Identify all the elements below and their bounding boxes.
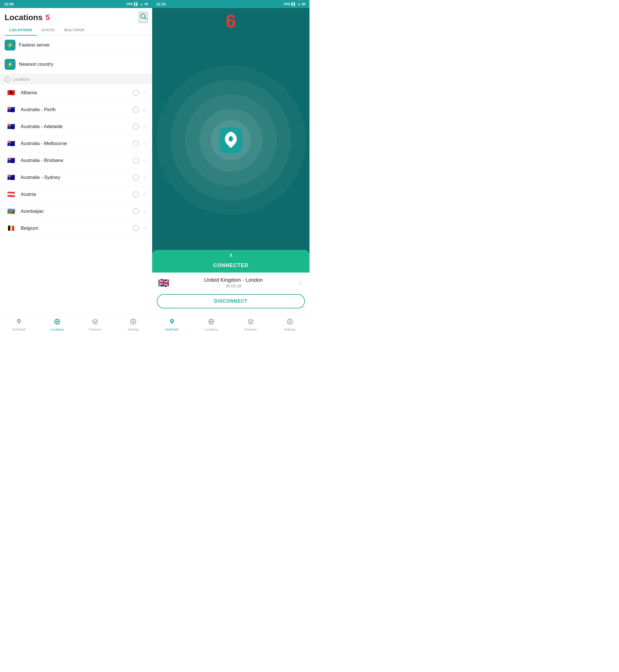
location-name: Austria xyxy=(21,192,129,197)
fastest-label: Fastest server xyxy=(19,42,50,48)
status-icons-right: VPN ▌▌ ▲ 80 xyxy=(284,2,305,6)
signal-icon-left: ▌▌ xyxy=(134,2,139,6)
flag-au-brisbane: 🇦🇺 xyxy=(5,156,17,165)
nav-label-surfshark-right: Surfshark xyxy=(165,328,179,331)
nav-label-settings-left: Settings xyxy=(128,328,139,331)
favorite-btn[interactable]: ☆ xyxy=(142,106,148,113)
locations-nav-icon-right xyxy=(208,319,214,327)
list-item[interactable]: 🇦🇺 Australia - Sydney ☆ xyxy=(0,169,152,186)
list-item[interactable]: 🇦🇺 Australia - Melbourne ☆ xyxy=(0,135,152,152)
nav-locations-right[interactable]: Locations xyxy=(192,319,231,331)
wifi-right: ▲ xyxy=(297,2,300,6)
location-name: Azerbaijan xyxy=(21,208,129,214)
features-nav-icon xyxy=(92,319,98,327)
tab-multihop[interactable]: MULTIHOP xyxy=(60,25,89,35)
location-name: Belgium xyxy=(21,225,129,231)
status-bar-left: 12:09 VPN ▌▌ ▲ 80 xyxy=(0,0,152,8)
header-badge: 5 xyxy=(45,13,50,22)
signal-btn[interactable] xyxy=(133,140,139,147)
svg-line-1 xyxy=(145,18,146,19)
nav-label-locations-left: Locations xyxy=(50,328,64,331)
list-item[interactable]: 🇦🇿 Azerbaijan ☆ xyxy=(0,203,152,220)
circles-container xyxy=(152,30,310,250)
connected-favorite-btn[interactable]: ☆ xyxy=(297,279,304,287)
fastest-server-item[interactable]: ⚡ Fastest server xyxy=(0,36,152,55)
info-icon: i xyxy=(5,76,10,82)
flag-au-sydney: 🇦🇺 xyxy=(5,173,17,182)
signal-right: ▌▌ xyxy=(291,2,296,6)
flag-austria: 🇦🇹 xyxy=(5,190,17,199)
nav-features-left[interactable]: Features xyxy=(76,319,114,331)
bottom-nav-left: Surfshark Locations Features xyxy=(0,313,152,336)
favorite-btn[interactable]: ☆ xyxy=(142,225,148,232)
nav-settings-left[interactable]: Settings xyxy=(114,319,152,331)
time-right: 12:10 xyxy=(156,2,166,6)
signal-btn[interactable] xyxy=(133,191,139,198)
nav-label-surfshark: Surfshark xyxy=(12,328,26,331)
connected-panel: ∧ CONNECTED 🇬🇧 United Kingdom - London 0… xyxy=(152,250,310,336)
favorite-btn[interactable]: ☆ xyxy=(142,140,148,147)
status-icons-left: VPN ▌▌ ▲ 80 xyxy=(126,2,148,6)
location-name: Australia - Perth xyxy=(21,107,129,113)
location-actions: ☆ xyxy=(133,157,148,164)
connected-status: CONNECTED xyxy=(152,259,310,273)
tab-locations[interactable]: LOCATIONS xyxy=(5,25,37,35)
favorite-btn[interactable]: ☆ xyxy=(142,157,148,164)
signal-btn[interactable] xyxy=(133,107,139,113)
tab-static[interactable]: STATIC xyxy=(37,25,60,35)
list-item[interactable]: 🇧🇪 Belgium ☆ xyxy=(0,220,152,237)
signal-btn[interactable] xyxy=(133,89,139,96)
battery-left: 80 xyxy=(145,2,148,6)
disconnect-button[interactable]: DISCONNECT xyxy=(157,294,305,309)
signal-btn[interactable] xyxy=(133,225,139,231)
connected-flag: 🇬🇧 xyxy=(158,277,169,288)
nav-label-settings-right: Settings xyxy=(284,328,296,331)
signal-btn[interactable] xyxy=(133,174,139,181)
nav-features-right[interactable]: Features xyxy=(231,319,270,331)
list-item[interactable]: 🇦🇱 Albania ☆ xyxy=(0,84,152,102)
header-title-row: Locations 5 xyxy=(5,13,50,22)
location-actions: ☆ xyxy=(133,140,148,147)
chevron-up-icon: ∧ xyxy=(229,252,233,259)
surfshark-right-icon xyxy=(169,319,175,327)
favorite-btn[interactable]: ☆ xyxy=(142,208,148,215)
nearest-country-item[interactable]: ⚡ Nearest country xyxy=(0,55,152,74)
location-name: Australia - Adelaide xyxy=(21,124,129,130)
nav-locations-left[interactable]: Locations xyxy=(38,319,76,331)
favorite-btn[interactable]: ☆ xyxy=(142,191,148,198)
left-panel: 12:09 VPN ▌▌ ▲ 80 Locations 5 LOCATIONS … xyxy=(0,0,152,336)
nav-label-features-right: Features xyxy=(244,328,257,331)
location-list[interactable]: 🇦🇱 Albania ☆ 🇦🇺 Australia - Perth ☆ 🇦🇺 A… xyxy=(0,84,152,313)
list-item[interactable]: 🇦🇹 Austria ☆ xyxy=(0,186,152,203)
favorite-btn[interactable]: ☆ xyxy=(142,89,148,96)
flag-au-adelaide: 🇦🇺 xyxy=(5,122,17,131)
tabs-bar: LOCATIONS STATIC MULTIHOP xyxy=(0,25,152,36)
list-item[interactable]: 🇦🇺 Australia - Perth ☆ xyxy=(0,102,152,118)
nav-settings-right[interactable]: Settings xyxy=(270,319,310,331)
chevron-row[interactable]: ∧ xyxy=(152,250,310,259)
location-actions: ☆ xyxy=(133,123,148,130)
flag-belgium: 🇧🇪 xyxy=(5,224,17,233)
nav-surfshark-right[interactable]: Surfshark xyxy=(152,319,192,331)
signal-btn[interactable] xyxy=(133,124,139,130)
location-name: Australia - Brisbane xyxy=(21,158,129,163)
favorite-btn[interactable]: ☆ xyxy=(142,174,148,181)
nav-label-locations-right: Locations xyxy=(204,328,218,331)
section-header-label: Locations xyxy=(13,77,30,81)
wifi-icon-left: ▲ xyxy=(140,2,143,6)
list-item[interactable]: 🇦🇺 Australia - Adelaide ☆ xyxy=(0,118,152,135)
surfshark-logo xyxy=(218,126,244,154)
list-item[interactable]: 🇦🇺 Australia - Brisbane ☆ xyxy=(0,152,152,169)
location-actions: ☆ xyxy=(133,89,148,96)
nav-surfshark-left[interactable]: Surfshark xyxy=(0,319,38,331)
surfshark-nav-icon xyxy=(16,319,22,327)
location-actions: ☆ xyxy=(133,191,148,198)
signal-btn[interactable] xyxy=(133,208,139,214)
location-actions: ☆ xyxy=(133,225,148,232)
vpn-badge-left: VPN xyxy=(126,2,133,6)
signal-btn[interactable] xyxy=(133,157,139,164)
search-button[interactable] xyxy=(139,12,148,23)
favorite-btn[interactable]: ☆ xyxy=(142,123,148,130)
nearest-icon: ⚡ xyxy=(5,59,15,70)
location-name: Albania xyxy=(21,90,129,95)
